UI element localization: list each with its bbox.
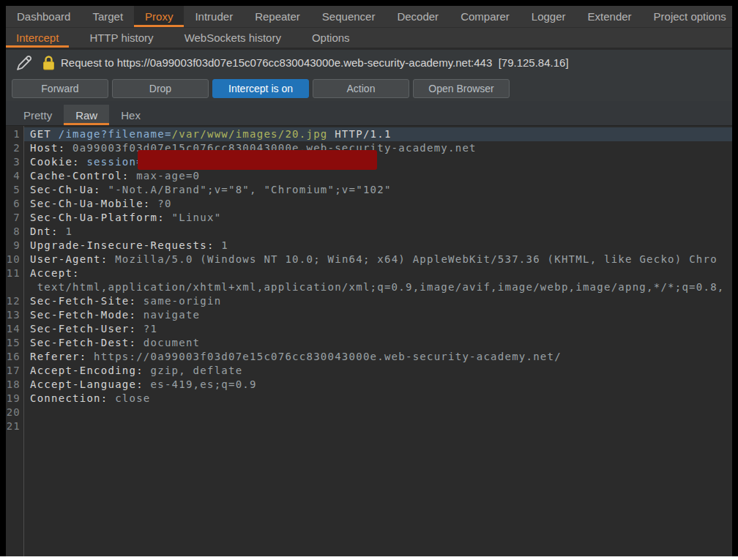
drop-button[interactable]: Drop [112, 79, 209, 98]
token: Accept-Encoding: [30, 365, 151, 376]
token: navigate [144, 309, 200, 321]
token: gzip, deflate [151, 365, 243, 376]
request-line[interactable]: 18Accept-Language: es-419,es;q=0.9 [6, 378, 732, 392]
menu-item-intruder[interactable]: Intruder [184, 6, 244, 27]
request-line[interactable]: 21 [6, 419, 732, 433]
token: Cache-Control: [30, 170, 136, 182]
subtab-websockets-history[interactable]: WebSockets history [174, 28, 291, 48]
token: Sec-Fetch-User: [30, 323, 144, 335]
gutter-separator [23, 126, 24, 556]
token: Accept: [30, 267, 80, 279]
line-content: Host: 0a99003f03d07e15c076cc830043000e.w… [24, 141, 732, 155]
request-line[interactable]: 9Upgrade-Insecure-Requests: 1 [6, 239, 732, 253]
line-content: Cookie: session= [24, 155, 732, 169]
view-tab-raw[interactable]: Raw [64, 105, 109, 125]
request-line[interactable]: 10User-Agent: Mozilla/5.0 (Windows NT 10… [6, 253, 732, 266]
menu-item-decoder[interactable]: Decoder [386, 6, 450, 27]
line-content: GET /image?filename=/var/www/images/20.j… [24, 127, 732, 141]
token: Sec-Ch-Ua: [30, 184, 108, 195]
raw-request-editor[interactable]: 1GET /image?filename=/var/www/images/20.… [6, 126, 732, 556]
token: Sec-Ch-Ua-Platform: [30, 212, 172, 223]
token: Sec-Fetch-Mode: [30, 309, 144, 321]
menu-item-logger[interactable]: Logger [521, 6, 577, 27]
menu-item-project-options[interactable]: Project options [643, 6, 732, 27]
request-line[interactable]: 8Dnt: 1 [6, 225, 732, 239]
token: es-419,es;q=0.9 [151, 378, 257, 390]
token: HTTP/1.1 [328, 128, 392, 140]
pencil-icon [15, 53, 34, 72]
line-content: Sec-Ch-Ua-Mobile: ?0 [24, 197, 732, 211]
token: max-age=0 [136, 170, 200, 182]
subtab-intercept[interactable]: Intercept [6, 28, 69, 48]
line-content: Referer: https://0a99003f03d07e15c076cc8… [24, 350, 732, 364]
menu-item-repeater[interactable]: Repeater [244, 6, 311, 27]
token: 1 [65, 225, 72, 237]
line-content: Sec-Fetch-Site: same-origin [24, 294, 732, 308]
request-line[interactable]: 5Sec-Ch-Ua: "-Not.A/Brand";v="8", "Chrom… [6, 183, 732, 197]
request-line[interactable]: 11Accept: [6, 266, 732, 280]
token: Sec-Fetch-Dest: [30, 337, 144, 348]
token: /var/www/images/20.jpg [172, 128, 328, 140]
lock-icon [42, 56, 55, 70]
intercept-toolbar: ForwardDropIntercept is onActionOpen Bro… [6, 75, 732, 101]
line-content: Sec-Fetch-User: ?1 [24, 322, 732, 336]
token: session= [86, 156, 143, 168]
open-browser-button[interactable]: Open Browser [413, 79, 510, 98]
view-tab-hex[interactable]: Hex [109, 105, 152, 125]
line-content: Dnt: 1 [24, 225, 732, 239]
menu-item-extender[interactable]: Extender [577, 6, 643, 27]
token: Accept-Language: [30, 378, 151, 390]
token: ?1 [144, 323, 157, 335]
request-line[interactable]: 1GET /image?filename=/var/www/images/20.… [6, 127, 732, 141]
subtab-http-history[interactable]: HTTP history [79, 28, 163, 48]
subtab-options[interactable]: Options [302, 28, 360, 48]
menu-item-proxy[interactable]: Proxy [134, 6, 184, 27]
request-line[interactable]: 7Sec-Ch-Ua-Platform: "Linux" [6, 211, 732, 225]
intercept-panel: Request to https://0a99003f03d07e15c076c… [6, 50, 732, 101]
token: Referer: [30, 351, 94, 362]
token: /image?filename= [59, 128, 172, 140]
request-line[interactable]: 19Connection: close [6, 392, 732, 406]
line-content: Accept-Encoding: gzip, deflate [24, 364, 732, 378]
token: same-origin [144, 295, 221, 307]
request-line[interactable]: 12Sec-Fetch-Site: same-origin [6, 294, 732, 308]
request-line[interactable]: 20 [6, 406, 732, 419]
menu-item-sequencer[interactable]: Sequencer [311, 6, 387, 27]
token: text/html,application/xhtml+xml,applicat… [30, 281, 725, 293]
main-menubar: DashboardTargetProxyIntruderRepeaterSequ… [6, 6, 732, 27]
request-line[interactable]: text/html,application/xhtml+xml,applicat… [6, 280, 732, 294]
line-number-gutter [6, 126, 23, 556]
token: Host: [30, 142, 72, 154]
request-line[interactable]: 16Referer: https://0a99003f03d07e15c076c… [6, 350, 732, 364]
request-line[interactable]: 14Sec-Fetch-User: ?1 [6, 322, 732, 336]
line-content: Sec-Ch-Ua: "-Not.A/Brand";v="8", "Chromi… [24, 183, 732, 197]
token: "Linux" [172, 212, 222, 223]
request-line[interactable]: 15Sec-Fetch-Dest: document [6, 336, 732, 350]
request-banner-text: Request to https://0a99003f03d07e15c076c… [61, 56, 569, 69]
view-tab-pretty[interactable]: Pretty [12, 105, 64, 125]
line-content [24, 406, 732, 419]
burp-suite-window: DashboardTargetProxyIntruderRepeaterSequ… [6, 6, 732, 556]
token: close [115, 392, 150, 404]
action-button[interactable]: Action [313, 79, 409, 98]
line-content [24, 419, 732, 433]
line-content: Accept-Language: es-419,es;q=0.9 [24, 378, 732, 392]
screenshot-frame: DashboardTargetProxyIntruderRepeaterSequ… [0, 0, 738, 556]
token: document [144, 337, 200, 348]
request-line[interactable]: 6Sec-Ch-Ua-Mobile: ?0 [6, 197, 732, 211]
request-line[interactable]: 17Accept-Encoding: gzip, deflate [6, 364, 732, 378]
request-lines: 1GET /image?filename=/var/www/images/20.… [6, 127, 732, 433]
menu-item-target[interactable]: Target [81, 6, 134, 27]
menu-item-dashboard[interactable]: Dashboard [6, 6, 81, 27]
request-line[interactable]: 13Sec-Fetch-Mode: navigate [6, 308, 732, 322]
line-content: Cache-Control: max-age=0 [24, 169, 732, 183]
menu-item-comparer[interactable]: Comparer [450, 6, 521, 27]
request-line[interactable]: 4Cache-Control: max-age=0 [6, 169, 732, 183]
forward-button[interactable]: Forward [12, 79, 108, 98]
redaction-overlay [138, 150, 377, 170]
token: Sec-Fetch-Site: [30, 295, 144, 307]
message-editor: PrettyRawHex 1GET /image?filename=/var/w… [6, 101, 732, 556]
intercept-is-on-button[interactable]: Intercept is on [212, 79, 309, 98]
line-content: Sec-Fetch-Dest: document [24, 336, 732, 350]
line-content: Upgrade-Insecure-Requests: 1 [24, 239, 732, 253]
